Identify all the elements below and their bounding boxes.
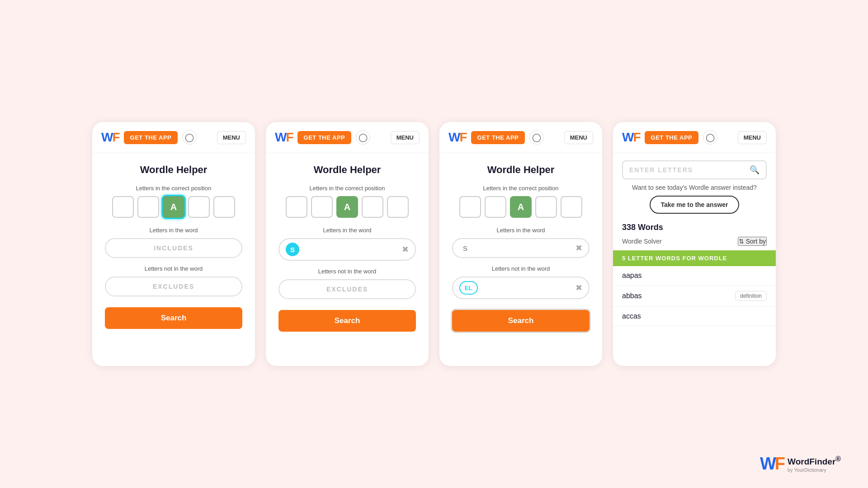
logo-f-icon-2: F xyxy=(286,130,292,145)
card-4: WF GET THE APP ◯ MENU ENTER LETTERS 🔍 Wa… xyxy=(613,122,776,366)
logo-f-icon: F xyxy=(112,130,119,145)
letter-box-3-3[interactable] xyxy=(535,196,557,218)
get-app-button-2[interactable]: GET THE APP xyxy=(297,131,352,144)
includes-input-3[interactable]: S ✖ xyxy=(452,238,590,258)
includes-wrapper-1: INCLUDES xyxy=(105,238,242,258)
search-button-3[interactable]: Search xyxy=(452,310,590,332)
user-icon-4[interactable]: ◯ xyxy=(703,130,717,145)
bottom-logo: W F WordFinder® by YourDictionary xyxy=(760,454,841,474)
get-app-button-1[interactable]: GET THE APP xyxy=(124,131,178,144)
registered-icon: ® xyxy=(835,455,841,463)
letter-boxes-3: A xyxy=(452,196,590,218)
excludes-input-3[interactable]: EL ✖ xyxy=(452,277,590,299)
letter-box-1-1[interactable] xyxy=(137,196,159,218)
bottom-logo-sub: by YourDictionary xyxy=(788,467,841,473)
letter-box-2-0[interactable] xyxy=(286,196,307,218)
includes-placeholder-1: INCLUDES xyxy=(154,244,193,252)
letter-box-3-1[interactable] xyxy=(485,196,506,218)
card-2-title: Wordle Helper xyxy=(278,164,416,176)
excludes-close-icon-3[interactable]: ✖ xyxy=(576,283,582,293)
card-4-header: WF GET THE APP ◯ MENU xyxy=(613,122,776,153)
sort-by-button[interactable]: ⇅ Sort by xyxy=(738,237,767,246)
excludes-wrapper-1: EXCLUDES xyxy=(105,277,242,296)
word-aapas: aapas xyxy=(622,272,642,280)
letter-box-2-4[interactable] xyxy=(387,196,409,218)
includes-wrapper-3: S ✖ xyxy=(452,238,590,258)
excludes-chip-3: EL xyxy=(459,281,478,295)
letter-box-2-3[interactable] xyxy=(362,196,383,218)
user-icon-1[interactable]: ◯ xyxy=(182,130,197,145)
sort-by-label: Sort by xyxy=(746,238,766,245)
word-label-3: Letters in the word xyxy=(452,227,590,234)
correct-label-3: Letters in the correct position xyxy=(452,185,590,192)
bottom-logo-f: F xyxy=(775,454,784,474)
card-1-body: Wordle Helper Letters in the correct pos… xyxy=(92,153,255,348)
letter-box-2-2[interactable]: A xyxy=(336,196,358,218)
letter-box-3-2[interactable]: A xyxy=(510,196,532,218)
correct-label-1: Letters in the correct position xyxy=(105,185,242,192)
search-icon-4[interactable]: 🔍 xyxy=(750,165,760,175)
menu-button-2[interactable]: MENU xyxy=(391,131,420,144)
card-1-title: Wordle Helper xyxy=(105,164,242,176)
menu-button-3[interactable]: MENU xyxy=(564,131,593,144)
excludes-input-2[interactable]: EXCLUDES xyxy=(278,279,416,299)
includes-input-2[interactable]: S ✖ xyxy=(278,238,416,261)
get-app-button-3[interactable]: GET THE APP xyxy=(471,131,525,144)
logo-w-icon-3: W xyxy=(448,130,459,145)
card-2: WF GET THE APP ◯ MENU Wordle Helper Lett… xyxy=(266,122,429,366)
word-row-abbas: abbas definition xyxy=(613,286,776,307)
search-bar-4[interactable]: ENTER LETTERS 🔍 xyxy=(622,160,767,179)
words-count: 338 Words xyxy=(613,221,776,234)
logo-w-icon-2: W xyxy=(275,130,286,145)
menu-button-1[interactable]: MENU xyxy=(217,131,246,144)
letter-box-2-1[interactable] xyxy=(311,196,333,218)
letter-box-3-0[interactable] xyxy=(459,196,481,218)
letter-box-3-4[interactable] xyxy=(561,196,582,218)
card-3-title: Wordle Helper xyxy=(452,164,590,176)
definition-badge-abbas[interactable]: definition xyxy=(735,291,767,301)
includes-chip-2: S xyxy=(286,243,299,256)
excludes-label-1: Letters not in the word xyxy=(105,265,242,272)
word-row-aapas: aapas xyxy=(613,266,776,286)
card-1-header: WF GET THE APP ◯ MENU xyxy=(92,122,255,153)
excludes-placeholder-1: EXCLUDES xyxy=(153,283,194,290)
take-answer-button[interactable]: Take me to the answer xyxy=(650,196,739,214)
logo-1: WF xyxy=(101,130,119,145)
search-bar-placeholder: ENTER LETTERS xyxy=(629,166,750,174)
sort-icon: ⇅ xyxy=(739,238,744,245)
wordle-solver-row: Wordle Solver ⇅ Sort by xyxy=(613,234,776,249)
includes-value-3: S xyxy=(459,244,576,252)
includes-close-icon-3[interactable]: ✖ xyxy=(576,243,582,253)
excludes-input-1[interactable]: EXCLUDES xyxy=(105,277,242,296)
letter-box-1-4[interactable] xyxy=(213,196,235,218)
user-icon-3[interactable]: ◯ xyxy=(529,130,544,145)
includes-close-icon-2[interactable]: ✖ xyxy=(402,244,409,254)
includes-input-1[interactable]: INCLUDES xyxy=(105,238,242,258)
search-button-1[interactable]: Search xyxy=(105,307,242,329)
excludes-wrapper-3: EL ✖ xyxy=(452,277,590,299)
user-icon-2[interactable]: ◯ xyxy=(356,130,370,145)
excludes-label-2: Letters not in the word xyxy=(278,268,416,275)
wordle-question: Want to see today's Wordle answer instea… xyxy=(622,184,767,191)
correct-label-2: Letters in the correct position xyxy=(278,185,416,192)
word-abbas: abbas xyxy=(622,292,642,300)
get-app-button-4[interactable]: GET THE APP xyxy=(645,131,699,144)
card-3: WF GET THE APP ◯ MENU Wordle Helper Lett… xyxy=(439,122,602,366)
logo-3: WF xyxy=(448,130,467,145)
letter-boxes-1: A xyxy=(105,196,242,218)
word-row-accas: accas xyxy=(613,307,776,326)
letter-box-1-0[interactable] xyxy=(112,196,134,218)
logo-f-icon-3: F xyxy=(459,130,466,145)
word-label-2: Letters in the word xyxy=(278,227,416,234)
logo-w-icon: W xyxy=(101,130,112,145)
letter-box-1-2[interactable]: A xyxy=(163,196,184,218)
bottom-logo-text: WordFinder® by YourDictionary xyxy=(788,455,841,472)
word-label-1: Letters in the word xyxy=(105,227,242,234)
search-button-2[interactable]: Search xyxy=(278,310,416,332)
letter-box-1-3[interactable] xyxy=(188,196,210,218)
card-3-header: WF GET THE APP ◯ MENU xyxy=(439,122,602,153)
excludes-placeholder-2: EXCLUDES xyxy=(326,286,368,293)
card-2-header: WF GET THE APP ◯ MENU xyxy=(266,122,429,153)
menu-button-4[interactable]: MENU xyxy=(738,131,767,144)
logo-w-icon-4: W xyxy=(622,130,633,145)
